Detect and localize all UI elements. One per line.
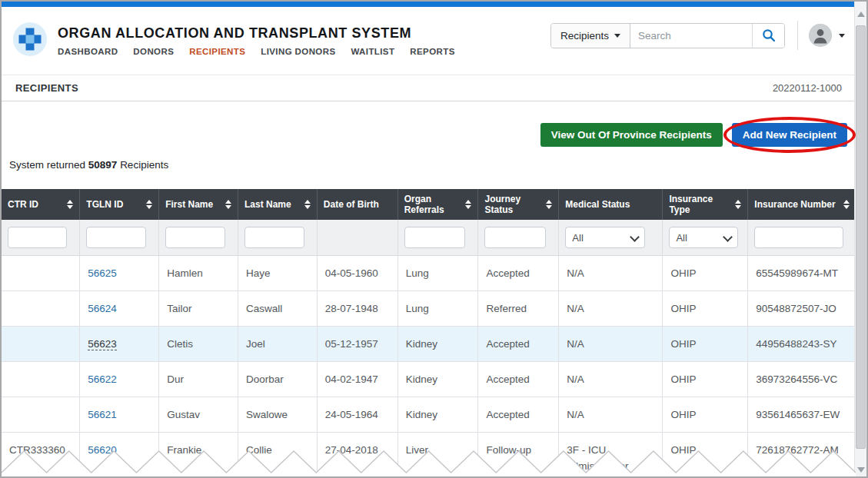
cell-ctr_id bbox=[2, 362, 80, 397]
cell-last_name: Collie bbox=[238, 433, 317, 477]
cell-journey_status: Referred bbox=[478, 291, 559, 327]
cell-insurance_number: 93561465637-EW bbox=[748, 397, 856, 433]
filter-cell-first_name bbox=[159, 220, 238, 256]
sort-icon[interactable] bbox=[300, 200, 311, 209]
column-header-insurance_number[interactable]: Insurance Number bbox=[748, 189, 856, 220]
column-header-organ_referrals[interactable]: Organ Referrals bbox=[397, 189, 478, 220]
column-label-ctr_id: CTR ID bbox=[8, 199, 38, 210]
cell-first_name: Tailor bbox=[159, 291, 238, 327]
tgln-id-link[interactable]: 56622 bbox=[88, 373, 117, 385]
nav-donors[interactable]: DONORS bbox=[133, 47, 174, 56]
chevron-down-icon bbox=[614, 34, 620, 38]
top-accent-bar bbox=[2, 2, 856, 7]
cell-insurance_number: 65545989674-MT bbox=[748, 256, 856, 291]
filter-input-insurance_number[interactable] bbox=[754, 227, 843, 248]
table-filter-row: AllAll bbox=[2, 220, 856, 256]
cell-tgln_id: 56622 bbox=[80, 362, 159, 397]
filter-input-ctr_id[interactable] bbox=[8, 227, 67, 248]
tgln-id-link[interactable]: 56621 bbox=[88, 409, 117, 420]
column-label-dob: Date of Birth bbox=[324, 199, 379, 210]
filter-input-journey_status[interactable] bbox=[484, 227, 546, 248]
tgln-id-link[interactable]: 56620 bbox=[88, 444, 117, 456]
column-label-last_name: Last Name bbox=[244, 199, 291, 210]
page-title: RECIPIENTS bbox=[15, 82, 78, 94]
nav-living-donors[interactable]: LIVING DONORS bbox=[261, 47, 335, 56]
column-label-journey_status: Journey Status bbox=[484, 194, 541, 215]
column-label-tgln_id: TGLN ID bbox=[86, 199, 123, 210]
filter-cell-insurance_type: All bbox=[663, 220, 748, 256]
column-header-journey_status[interactable]: Journey Status bbox=[478, 189, 559, 220]
search-button[interactable] bbox=[752, 24, 784, 48]
column-label-insurance_number: Insurance Number bbox=[754, 199, 835, 210]
filter-input-tgln_id[interactable] bbox=[86, 227, 146, 248]
cell-first_name: Dur bbox=[159, 362, 238, 397]
cell-insurance_type: OHIP bbox=[663, 362, 748, 397]
cell-last_name: Swalowe bbox=[238, 397, 317, 433]
nav-reports[interactable]: REPORTS bbox=[410, 47, 454, 56]
chevron-down-icon bbox=[839, 34, 845, 38]
search-scope-dropdown[interactable]: Recipients bbox=[551, 24, 630, 48]
filter-input-first_name[interactable] bbox=[165, 227, 225, 248]
sort-icon[interactable] bbox=[461, 200, 471, 209]
medical-cross-logo bbox=[12, 22, 48, 57]
column-header-tgln_id[interactable]: TGLN ID bbox=[80, 189, 159, 220]
view-out-of-province-button[interactable]: View Out Of Province Recipients bbox=[540, 123, 723, 147]
cell-ctr_id bbox=[2, 291, 80, 327]
tgln-id-link[interactable]: 56623 bbox=[88, 338, 117, 350]
column-header-ctr_id[interactable]: CTR ID bbox=[2, 189, 80, 220]
cell-insurance_type: OHIP bbox=[663, 397, 748, 433]
column-header-last_name[interactable]: Last Name bbox=[238, 189, 317, 220]
nav-recipients[interactable]: RECIPIENTS bbox=[189, 47, 245, 56]
sort-icon[interactable] bbox=[141, 200, 152, 209]
cell-ctr_id bbox=[2, 397, 80, 433]
table-header-row: CTR IDTGLN IDFirst NameLast NameDate of … bbox=[2, 189, 856, 220]
sort-icon[interactable] bbox=[730, 200, 741, 209]
scroll-up-icon[interactable] bbox=[857, 12, 865, 17]
tgln-id-link[interactable]: 56625 bbox=[88, 267, 117, 279]
column-header-first_name[interactable]: First Name bbox=[159, 189, 238, 220]
filter-cell-journey_status bbox=[478, 220, 559, 256]
filter-cell-insurance_number bbox=[748, 220, 856, 256]
tgln-id-link[interactable]: 56624 bbox=[88, 303, 117, 314]
search-input[interactable] bbox=[630, 24, 752, 48]
cell-insurance_type: OHIP bbox=[663, 327, 748, 362]
scrollbar-thumb[interactable] bbox=[856, 25, 866, 449]
sort-icon[interactable] bbox=[839, 200, 850, 209]
table-row: 56623CletisJoel05-12-1957KidneyAcceptedN… bbox=[2, 327, 856, 362]
cell-journey_status: Follow-up bbox=[478, 433, 559, 477]
filter-cell-medical_status: All bbox=[559, 220, 663, 256]
vertical-scrollbar[interactable] bbox=[854, 2, 866, 476]
filter-cell-organ_referrals bbox=[397, 220, 478, 256]
cell-insurance_type: OHIP bbox=[663, 433, 748, 477]
sort-icon[interactable] bbox=[541, 200, 552, 209]
filter-select-medical_status[interactable]: All bbox=[565, 227, 645, 248]
cell-tgln_id: 56621 bbox=[80, 397, 159, 433]
cell-medical_status: N/A bbox=[559, 327, 663, 362]
add-new-recipient-button[interactable]: Add New Recipient bbox=[732, 123, 847, 147]
filter-select-insurance_type[interactable]: All bbox=[669, 227, 738, 248]
cell-medical_status: N/A bbox=[559, 291, 663, 327]
filter-input-last_name[interactable] bbox=[244, 227, 304, 248]
app-header: ORGAN ALLOCATION AND TRANSPLANT SYSTEM D… bbox=[2, 7, 856, 75]
cell-dob: 04-05-1960 bbox=[317, 256, 397, 291]
sort-icon[interactable] bbox=[221, 200, 231, 209]
filter-input-organ_referrals[interactable] bbox=[404, 227, 466, 248]
cell-first_name: Hamlen bbox=[159, 256, 238, 291]
cell-organ_referrals: Lung bbox=[397, 256, 478, 291]
user-menu[interactable] bbox=[809, 24, 845, 47]
cell-organ_referrals: Kidney bbox=[397, 362, 478, 397]
sort-icon[interactable] bbox=[62, 200, 73, 209]
cell-organ_referrals: Lung bbox=[397, 291, 478, 327]
filter-cell-ctr_id bbox=[2, 220, 80, 256]
column-header-dob: Date of Birth bbox=[317, 189, 397, 220]
cell-last_name: Doorbar bbox=[238, 362, 317, 397]
cell-last_name: Haye bbox=[238, 256, 317, 291]
scroll-down-icon[interactable] bbox=[857, 467, 865, 473]
nav-dashboard[interactable]: DASHBOARD bbox=[58, 47, 118, 56]
nav-waitlist[interactable]: WAITLIST bbox=[351, 47, 394, 56]
cell-medical_status: N/A bbox=[559, 256, 663, 291]
column-header-insurance_type[interactable]: Insurance Type bbox=[663, 189, 748, 220]
column-header-medical_status: Medical Status bbox=[559, 189, 663, 220]
header-divider bbox=[797, 21, 798, 50]
cell-journey_status: Accepted bbox=[478, 256, 559, 291]
